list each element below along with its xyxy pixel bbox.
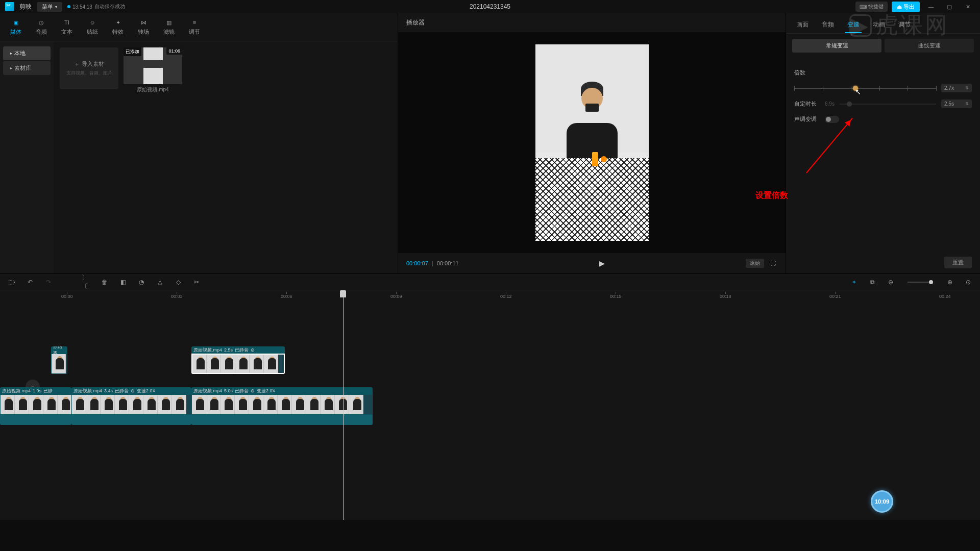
tab-effects[interactable]: ✦特效 xyxy=(112,18,124,36)
app-name: 剪映 xyxy=(19,3,32,11)
playhead[interactable] xyxy=(343,290,344,520)
rotate-tool-icon[interactable]: ◇ xyxy=(174,278,183,287)
inspector-panel: 画面 音频 变速 动画 调节 常规变速 曲线变速 倍数 xyxy=(786,13,980,273)
audio-icon: ◷ xyxy=(36,18,46,27)
timeline-clip-lower-3[interactable]: 原始视频.mp4 5.0s 已静音 ⊘ 变速2.0X xyxy=(191,387,373,425)
hotkey-button[interactable]: ⌨ 快捷键 xyxy=(855,2,888,12)
crop-tool-icon[interactable]: ◧ xyxy=(118,278,128,287)
magnet-tool-icon[interactable]: ⌖ xyxy=(849,278,859,287)
duration-example: 6.9s xyxy=(825,101,835,107)
pitch-toggle[interactable] xyxy=(825,116,839,123)
autosave-status: 13:54:13 自动保存成功 xyxy=(67,3,125,10)
ratio-button[interactable]: 原始 xyxy=(746,259,764,268)
duration-slider[interactable] xyxy=(840,104,936,105)
timeline-ruler[interactable]: 00:00 00:03 00:06 00:09 00:12 00:15 00:1… xyxy=(0,290,980,300)
insp-tab-picture[interactable]: 画面 xyxy=(794,17,811,33)
timestamp-badge: 10:09 xyxy=(871,490,893,513)
timeline-clip-upper-small[interactable]: 原始视 xyxy=(51,346,67,374)
subtab-curve-speed[interactable]: 曲线变速 xyxy=(885,39,974,53)
media-clip[interactable]: 已添加 01:06 原始视频.mp4 xyxy=(124,47,182,93)
player-viewport[interactable] xyxy=(398,32,786,253)
delete-tool-icon[interactable]: 🗑 xyxy=(100,278,109,287)
player-title: 播放器 xyxy=(398,13,786,32)
annotation-arrow xyxy=(806,118,853,173)
inspector-body: 倍数 ↖ 2.7x 自定时长 6.9s xyxy=(786,58,980,252)
speed-label: 倍数 xyxy=(794,69,820,77)
autosave-time: 13:54:13 xyxy=(72,4,92,10)
timeline-clip-lower-2[interactable]: 原始视频.mp4 3.4s 已静音 ⊘ 变速2.0X xyxy=(71,387,191,425)
undo-button-icon[interactable]: ↶ xyxy=(26,278,35,287)
duration-value-input[interactable]: 2.5s xyxy=(941,99,972,108)
sticker-icon: ☺ xyxy=(87,18,97,27)
reset-button[interactable]: 重置 xyxy=(944,257,972,268)
crop2-tool-icon[interactable]: ✂ xyxy=(192,278,201,287)
player-panel: 播放器 00:00:07 | 00:00:11 ▶ xyxy=(398,13,786,273)
total-time: 00:00:11 xyxy=(437,260,459,266)
video-frame xyxy=(535,44,649,241)
tool-tabs: ▣媒体 ◷音频 TI文本 ☺贴纸 ✦特效 ⋈转场 ▥滤镜 ≡调节 xyxy=(0,13,398,41)
select-tool-icon[interactable]: ⬚▾ xyxy=(7,278,16,287)
subtab-normal-speed[interactable]: 常规变速 xyxy=(792,39,881,53)
media-panel: ▣媒体 ◷音频 TI文本 ☺贴纸 ✦特效 ⋈转场 ▥滤镜 ≡调节 本地 素材库 … xyxy=(0,13,398,273)
zoom-out-icon[interactable]: ⊖ xyxy=(886,278,895,287)
timeline-clip-lower-1[interactable]: 原始视频.mp4 1.9s 已静 xyxy=(0,387,71,425)
tab-adjust[interactable]: ≡调节 xyxy=(189,18,200,36)
title-bar-left: 剪映 菜单 13:54:13 自动保存成功 xyxy=(5,2,125,12)
tab-transition[interactable]: ⋈转场 xyxy=(138,18,149,36)
maximize-button[interactable]: ▢ xyxy=(942,2,957,11)
mute-icon: ⊘ xyxy=(251,347,255,353)
zoom-fit-icon[interactable]: ⊙ xyxy=(964,278,973,287)
zoom-in-icon[interactable]: ⊕ xyxy=(945,278,954,287)
sidebar-library[interactable]: 素材库 xyxy=(3,61,51,75)
transition-icon: ⋈ xyxy=(138,18,149,27)
tab-sticker[interactable]: ☺贴纸 xyxy=(87,18,98,36)
mirror-tool-icon[interactable]: △ xyxy=(155,278,164,287)
mute-icon: ⊘ xyxy=(131,388,135,393)
duration-label: 自定时长 xyxy=(794,100,820,108)
speed-tool-icon[interactable]: ◔ xyxy=(137,278,146,287)
play-button[interactable]: ▶ xyxy=(595,259,609,267)
effects-icon: ✦ xyxy=(113,18,123,27)
adjust-icon: ≡ xyxy=(189,18,200,27)
title-bar-right: ⌨ 快捷键 ⏏ 导出 — ▢ ✕ xyxy=(855,2,975,12)
title-bar: 剪映 菜单 13:54:13 自动保存成功 202104231345 ⌨ 快捷键… xyxy=(0,0,980,13)
timeline-panel: ⬚▾ ↶ ↷ 〕〔 🗑 ◧ ◔ △ ◇ ✂ ⌖ ⧉ ⊖ ⊕ ⊙ 00:00 00… xyxy=(0,273,980,520)
mute-icon: ⊘ xyxy=(251,388,255,393)
insp-tab-speed[interactable]: 变速 xyxy=(845,17,862,33)
inspector-tabs: 画面 音频 变速 动画 调节 xyxy=(786,13,980,34)
tab-text[interactable]: TI文本 xyxy=(61,18,72,36)
export-button[interactable]: ⏏ 导出 xyxy=(892,2,920,12)
split-tool-icon[interactable]: 〕〔 xyxy=(82,278,91,287)
media-sidebar: 本地 素材库 xyxy=(0,41,54,273)
duration-badge: 01:06 xyxy=(166,47,182,55)
tab-audio[interactable]: ◷音频 xyxy=(36,18,47,36)
timeline-clip-upper-selected[interactable]: 原始视频.mp4 2.5s 已静音 ⊘ xyxy=(191,346,285,374)
link-tool-icon[interactable]: ⧉ xyxy=(868,278,877,287)
insp-tab-animation[interactable]: 动画 xyxy=(871,17,887,33)
media-content: ＋ 导入素材 支持视频、音频、图片 已添加 01:06 原始视频.mp4 xyxy=(54,41,398,273)
cursor-icon: ↖ xyxy=(855,88,861,96)
fullscreen-button[interactable]: ⛶ xyxy=(768,259,777,268)
speed-value-input[interactable]: 2.7x xyxy=(941,84,972,92)
import-button[interactable]: ＋ 导入素材 支持视频、音频、图片 xyxy=(60,47,118,89)
insp-tab-audio[interactable]: 音频 xyxy=(820,17,836,33)
tab-media[interactable]: ▣媒体 xyxy=(10,18,21,36)
added-badge: 已添加 xyxy=(124,47,141,56)
clip-name: 原始视频.mp4 xyxy=(124,86,182,93)
autosave-text: 自动保存成功 xyxy=(94,3,125,10)
project-title: 202104231345 xyxy=(470,3,510,10)
close-button[interactable]: ✕ xyxy=(961,2,975,11)
redo-button-icon: ↷ xyxy=(44,278,53,287)
tab-filter[interactable]: ▥滤镜 xyxy=(163,18,175,36)
timeline-tracks[interactable]: « 原始视 原始视频.mp4 2.5s 已静音 ⊘ 原始视频.mp4 1.9s xyxy=(0,300,980,520)
player-controls: 00:00:07 | 00:00:11 ▶ 原始 ⛶ xyxy=(398,253,786,273)
insp-tab-adjust[interactable]: 调节 xyxy=(896,17,913,33)
status-dot-icon xyxy=(67,5,70,8)
import-subtitle: 支持视频、音频、图片 xyxy=(66,70,112,77)
speed-slider[interactable]: ↖ xyxy=(794,88,936,89)
timeline-toolbar: ⬚▾ ↶ ↷ 〕〔 🗑 ◧ ◔ △ ◇ ✂ ⌖ ⧉ ⊖ ⊕ ⊙ xyxy=(0,274,980,290)
zoom-slider[interactable] xyxy=(908,282,933,283)
sidebar-local[interactable]: 本地 xyxy=(3,46,51,60)
minimize-button[interactable]: — xyxy=(924,2,938,11)
menu-dropdown[interactable]: 菜单 xyxy=(37,2,62,12)
